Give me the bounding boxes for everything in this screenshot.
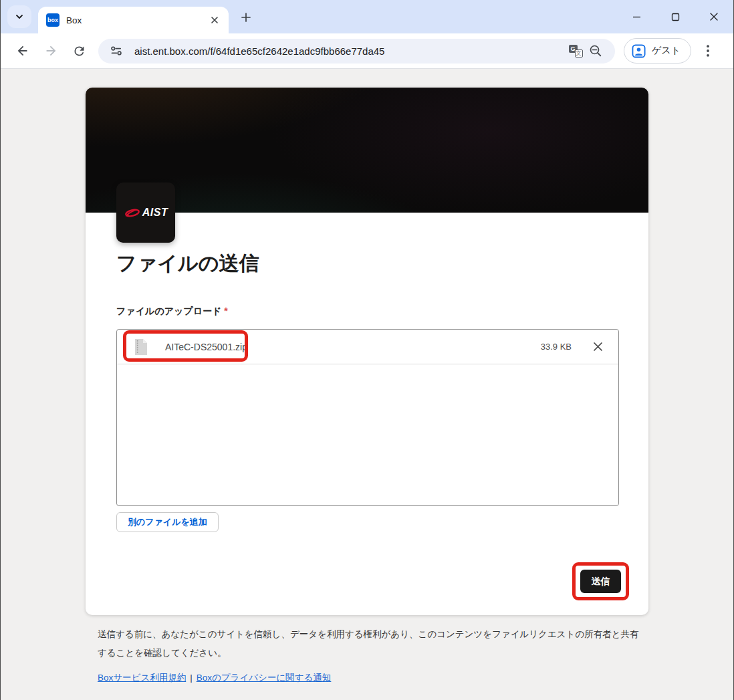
remove-file-button[interactable] — [590, 340, 605, 354]
tab-box[interactable]: box Box — [38, 7, 229, 33]
minimize-icon — [632, 13, 641, 21]
upload-label-text: ファイルのアップロード — [116, 306, 221, 316]
reload-button[interactable] — [68, 39, 90, 62]
guest-profile-button[interactable]: ゲスト — [624, 38, 691, 64]
plus-icon — [241, 12, 251, 23]
upload-field-label: ファイルのアップロード* — [116, 306, 228, 318]
zoom-out-icon[interactable] — [586, 41, 606, 61]
new-tab-button[interactable] — [236, 7, 256, 27]
maximize-icon — [671, 13, 680, 21]
file-name: AITeC-DS25001.zip — [165, 342, 247, 352]
terms-of-service-link[interactable]: Boxサービス利用規約 — [98, 673, 186, 683]
page-background: AIST ファイルの送信 ファイルのアップロード* AITeC-DS25001.… — [1, 69, 733, 700]
aist-logo-text: AIST — [142, 207, 168, 219]
close-icon — [709, 12, 719, 21]
tab-strip: box Box — [1, 0, 733, 33]
browser-menu-button[interactable] — [697, 39, 719, 62]
forward-button[interactable] — [39, 39, 62, 62]
privacy-notice-link[interactable]: Boxのプライバシーに関する通知 — [197, 673, 332, 683]
zip-file-icon — [134, 338, 148, 356]
file-upload-dropzone[interactable]: AITeC-DS25001.zip 33.9 KB — [116, 329, 619, 506]
kebab-menu-icon — [707, 45, 709, 57]
tab-title: Box — [66, 15, 209, 25]
chevron-down-icon — [15, 12, 24, 21]
maximize-button[interactable] — [656, 0, 695, 33]
footer-links: Boxサービス利用規約|Boxのプライバシーに関する通知 — [98, 672, 647, 684]
add-another-file-button[interactable]: 別のファイルを追加 — [116, 512, 219, 532]
window-controls — [617, 0, 733, 33]
site-settings-icon[interactable] — [106, 41, 126, 61]
browser-window: box Box — [0, 0, 734, 700]
url-text[interactable]: aist.ent.box.com/f/64fd1e65cf2642e1adc9f… — [134, 45, 566, 57]
uploaded-file-row: AITeC-DS25001.zip 33.9 KB — [117, 330, 618, 364]
back-icon — [15, 43, 30, 58]
submit-button[interactable]: 送信 — [580, 570, 621, 593]
tab-close-button[interactable] — [209, 14, 221, 26]
back-button[interactable] — [11, 39, 34, 62]
page-title: ファイルの送信 — [116, 250, 259, 277]
tab-search-button[interactable] — [7, 5, 31, 28]
reload-icon — [72, 44, 86, 58]
aist-swoosh-icon — [124, 208, 141, 218]
page-footer: 送信する前に、あなたがこのサイトを信頼し、データを利用する権利があり、このコンテ… — [98, 625, 647, 684]
browser-toolbar: aist.ent.box.com/f/64fd1e65cf2642e1adc9f… — [1, 33, 733, 69]
translate-icon[interactable]: G 文 — [566, 41, 586, 61]
required-asterisk: * — [224, 306, 227, 316]
close-icon — [211, 16, 219, 24]
link-separator: | — [190, 673, 193, 683]
address-bar[interactable]: aist.ent.box.com/f/64fd1e65cf2642e1adc9f… — [98, 39, 615, 64]
close-window-button[interactable] — [695, 0, 733, 33]
submit-area: 送信 — [572, 562, 629, 600]
forward-icon — [43, 43, 58, 58]
file-size: 33.9 KB — [541, 342, 572, 352]
guest-profile-label: ゲスト — [652, 45, 681, 57]
box-favicon-icon: box — [46, 13, 59, 27]
minimize-button[interactable] — [617, 0, 656, 33]
aist-logo: AIST — [116, 183, 175, 243]
file-request-card: AIST ファイルの送信 ファイルのアップロード* AITeC-DS25001.… — [86, 88, 648, 615]
guest-person-icon — [632, 44, 646, 58]
footer-disclaimer: 送信する前に、あなたがこのサイトを信頼し、データを利用する権利があり、このコンテ… — [98, 625, 647, 663]
